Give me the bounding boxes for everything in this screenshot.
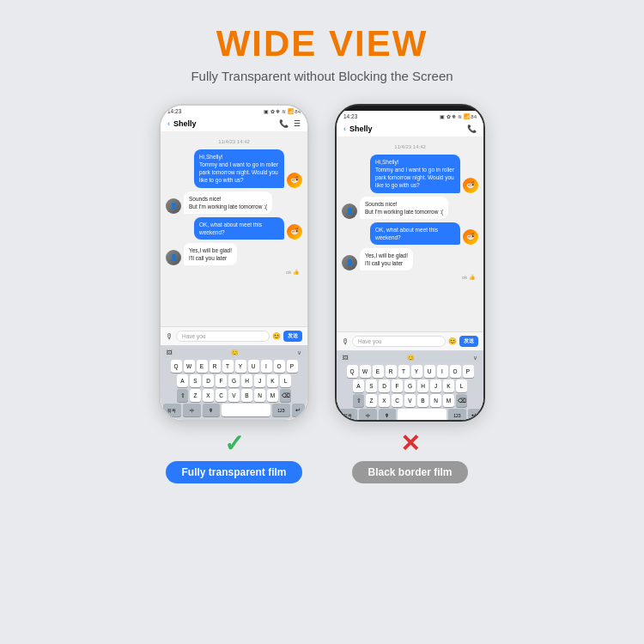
- key-a[interactable]: A: [177, 374, 188, 387]
- time-right: 14:23: [343, 113, 357, 119]
- chat-header-left: ‹ Shelly 📞 ☰: [161, 116, 307, 132]
- key-q[interactable]: Q: [171, 360, 182, 373]
- key-r-shift[interactable]: ⇧: [353, 394, 364, 407]
- key-r-m[interactable]: M: [443, 394, 454, 407]
- key-r-u[interactable]: U: [424, 365, 435, 378]
- back-arrow-right[interactable]: ‹: [343, 125, 346, 133]
- key-r-c[interactable]: C: [392, 394, 403, 407]
- send-btn-left[interactable]: 发送: [283, 331, 302, 342]
- key-r-v[interactable]: V: [404, 394, 416, 407]
- key-r-symbols[interactable]: 符号: [339, 409, 357, 422]
- right-label-wrap: ✕ Black border film: [352, 432, 467, 483]
- key-t[interactable]: T: [222, 360, 234, 373]
- transparent-film-label: Fully transparent film: [166, 461, 301, 483]
- key-r-p[interactable]: P: [463, 365, 474, 378]
- input-field-left[interactable]: Have you: [176, 331, 270, 342]
- kb-sticker-r[interactable]: 🖼: [343, 355, 349, 361]
- emoji-icon-left[interactable]: 😊: [272, 332, 281, 340]
- phone-icon-left[interactable]: 📞: [279, 119, 289, 128]
- date-label-left: 11/4/23 14:42: [166, 139, 302, 144]
- send-btn-right[interactable]: 发送: [459, 336, 478, 347]
- key-y[interactable]: Y: [235, 360, 246, 373]
- key-u[interactable]: U: [248, 360, 259, 373]
- key-shift[interactable]: ⇧: [177, 389, 188, 402]
- kb-emoji-tool-r[interactable]: 😊: [407, 355, 415, 361]
- key-e[interactable]: E: [197, 360, 208, 373]
- key-r-q[interactable]: Q: [347, 365, 358, 378]
- key-r-e[interactable]: E: [373, 365, 384, 378]
- chat-icons-left: 📞 ☰: [279, 119, 301, 128]
- key-z[interactable]: Z: [190, 389, 201, 402]
- signal-icons-right: ▣ ✿ ❋ ≋ 📶 84: [440, 113, 477, 119]
- key-m[interactable]: M: [267, 389, 278, 402]
- key-r-t[interactable]: T: [398, 365, 410, 378]
- chat-header-right: ‹ Shelly 📞: [337, 121, 483, 137]
- key-r-w[interactable]: W: [360, 365, 371, 378]
- bubble-r-4: Yes,I will be glad!I'll call you later: [360, 248, 413, 270]
- key-r-o[interactable]: O: [450, 365, 461, 378]
- key-r-g[interactable]: G: [404, 380, 416, 392]
- key-mic-kb[interactable]: 🎙: [203, 404, 221, 416]
- key-r-x[interactable]: X: [379, 394, 390, 407]
- bubble-2: Sounds nice!But I'm working late tomorro…: [184, 191, 272, 214]
- input-field-right[interactable]: Have you: [352, 336, 446, 347]
- key-r-b[interactable]: B: [417, 394, 428, 407]
- key-123[interactable]: 123: [272, 404, 290, 416]
- key-r-chinese[interactable]: 中: [359, 409, 377, 422]
- key-r-delete[interactable]: ⌫: [456, 394, 467, 407]
- key-j[interactable]: J: [254, 374, 265, 387]
- key-r-k[interactable]: K: [443, 380, 454, 392]
- key-r-s[interactable]: S: [366, 380, 377, 392]
- key-r-i[interactable]: I: [437, 365, 448, 378]
- key-chinese[interactable]: 中: [183, 404, 201, 416]
- key-b[interactable]: B: [241, 389, 252, 402]
- key-r-f[interactable]: F: [392, 380, 403, 392]
- key-r-h[interactable]: H: [417, 380, 428, 392]
- kb-sticker[interactable]: 🖼: [167, 349, 173, 356]
- key-i[interactable]: I: [261, 360, 272, 373]
- key-r-space[interactable]: [398, 409, 447, 422]
- key-r-n[interactable]: N: [430, 394, 441, 407]
- key-s[interactable]: S: [190, 374, 201, 387]
- key-k[interactable]: K: [267, 374, 278, 387]
- mic-icon-left[interactable]: 🎙: [166, 332, 173, 341]
- key-v[interactable]: V: [228, 389, 240, 402]
- phone-icon-right[interactable]: 📞: [467, 125, 477, 133]
- key-r-j[interactable]: J: [430, 380, 441, 392]
- avatar-food-1: 🍜: [287, 173, 302, 188]
- key-p[interactable]: P: [287, 360, 298, 373]
- key-n[interactable]: N: [254, 389, 265, 402]
- kb-chevron-r[interactable]: ∨: [473, 355, 477, 361]
- key-r-l[interactable]: L: [456, 380, 467, 392]
- mic-icon-right[interactable]: 🎙: [342, 337, 349, 346]
- key-r-d[interactable]: D: [379, 380, 390, 392]
- key-r-a[interactable]: A: [353, 380, 364, 392]
- key-c[interactable]: C: [216, 389, 227, 402]
- back-arrow-left[interactable]: ‹: [167, 119, 170, 128]
- key-space[interactable]: [222, 404, 270, 416]
- key-l[interactable]: L: [280, 374, 291, 387]
- key-g[interactable]: G: [228, 374, 240, 387]
- chat-name-left: Shelly: [173, 119, 197, 128]
- key-delete[interactable]: ⌫: [280, 389, 291, 402]
- key-x[interactable]: X: [203, 389, 214, 402]
- kb-emoji-tool[interactable]: 😊: [231, 349, 239, 356]
- key-r-123[interactable]: 123: [448, 409, 466, 422]
- key-d[interactable]: D: [203, 374, 214, 387]
- key-f[interactable]: F: [216, 374, 227, 387]
- key-o[interactable]: O: [274, 360, 285, 373]
- key-symbols[interactable]: 符号: [163, 404, 181, 416]
- key-r[interactable]: R: [210, 360, 221, 373]
- kb-chevron[interactable]: ∨: [297, 349, 301, 356]
- key-h[interactable]: H: [241, 374, 252, 387]
- key-w[interactable]: W: [184, 360, 195, 373]
- key-r-y[interactable]: Y: [411, 365, 422, 378]
- key-enter[interactable]: ↵: [292, 404, 305, 416]
- menu-icon-left[interactable]: ☰: [294, 119, 301, 128]
- key-r-z[interactable]: Z: [366, 394, 377, 407]
- emoji-icon-right[interactable]: 😊: [448, 337, 457, 345]
- key-r-mic[interactable]: 🎙: [379, 409, 397, 422]
- kb-row-2: A S D F G H J K L: [163, 374, 305, 387]
- key-r-enter[interactable]: ↵: [468, 409, 481, 422]
- key-r-r[interactable]: R: [386, 365, 397, 378]
